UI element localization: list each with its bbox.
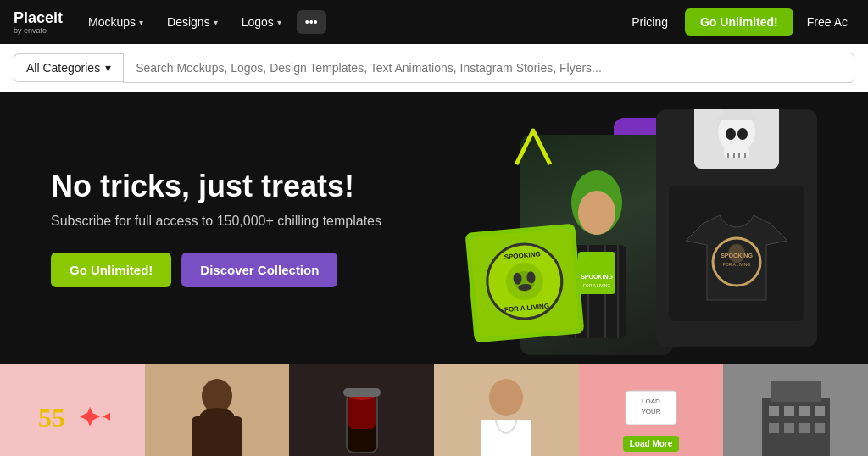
category-label: All Categories (26, 61, 100, 75)
chevron-down-icon: ▾ (277, 18, 281, 27)
hero-arrow-decoration (512, 126, 554, 169)
thumb-image-1: 55 ✦✦ (0, 364, 145, 456)
chevron-down-icon: ▾ (105, 61, 111, 75)
search-input-wrap (123, 53, 854, 83)
thumb-item-2[interactable] (145, 364, 290, 456)
thumb-item-5[interactable]: LOAD YOUR Load More (579, 364, 724, 456)
hero-subtitle: Subscribe for full access to 150,000+ ch… (51, 214, 381, 229)
nav-mockups[interactable]: Mockups ▾ (80, 10, 152, 34)
hero-images: SPOOKING FOR A LIVING (444, 92, 868, 364)
hero-go-unlimited-button[interactable]: Go Unlimited! (51, 253, 171, 287)
thumbnail-strip: 55 ✦✦ (0, 364, 868, 456)
nav-free-link[interactable]: Free Ac (800, 10, 854, 34)
thumb-image-4 (434, 364, 579, 456)
hero-buttons: Go Unlimited! Discover Collection (51, 253, 381, 287)
svg-rect-50 (784, 406, 794, 416)
nav-more-button[interactable]: ••• (297, 10, 326, 34)
load-more-button[interactable]: Load More (623, 436, 680, 452)
logo[interactable]: Placeit by envato (14, 10, 63, 35)
svg-rect-41 (343, 388, 381, 397)
hero-poster-card: SPOOKING FOR A LIVING (465, 224, 585, 343)
svg-point-12 (726, 128, 736, 140)
hero-section: No tricks, just treats! Subscribe for fu… (0, 92, 868, 364)
svg-rect-48 (771, 381, 821, 402)
thumb-item-4[interactable] (434, 364, 579, 456)
svg-rect-56 (815, 423, 825, 433)
hero-discover-button[interactable]: Discover Collection (181, 253, 337, 287)
svg-text:55: 55 (38, 403, 65, 433)
svg-rect-53 (769, 423, 779, 433)
nav-designs[interactable]: Designs ▾ (159, 10, 226, 34)
thumb-item-1[interactable]: 55 ✦✦ (0, 364, 145, 456)
chevron-down-icon: ▾ (139, 18, 143, 27)
navbar: Placeit by envato Mockups ▾ Designs ▾ Lo… (0, 0, 868, 44)
thumb-image-5: LOAD YOUR Load More (579, 364, 724, 456)
svg-rect-51 (799, 406, 810, 416)
svg-text:SPOOKING: SPOOKING (581, 274, 613, 280)
svg-rect-43 (481, 420, 531, 456)
search-bar: All Categories ▾ (0, 44, 868, 92)
nav-pricing-link[interactable]: Pricing (621, 10, 678, 34)
svg-point-23 (728, 244, 745, 263)
chevron-down-icon: ▾ (214, 18, 218, 27)
svg-rect-52 (815, 406, 825, 416)
thumb-item-6[interactable] (723, 364, 868, 456)
hero-title: No tricks, just treats! (51, 169, 381, 203)
svg-text:✦✦: ✦✦ (78, 403, 110, 433)
svg-text:FOR A LIVING: FOR A LIVING (583, 283, 611, 288)
thumb-item-3[interactable] (289, 364, 434, 456)
svg-text:LOAD: LOAD (642, 398, 660, 405)
search-input[interactable] (136, 61, 842, 75)
svg-rect-49 (769, 406, 779, 416)
thumb-image-6 (723, 364, 868, 456)
svg-rect-55 (799, 423, 810, 433)
thumb-image-2 (145, 364, 290, 456)
thumb-image-3 (289, 364, 434, 456)
logo-sub: by envato (14, 26, 63, 35)
hero-content: No tricks, just treats! Subscribe for fu… (0, 169, 432, 287)
logo-name: Placeit (14, 10, 63, 25)
nav-logos[interactable]: Logos ▾ (233, 10, 290, 34)
hero-skeleton-card: SPOOKING FOR A LIVING (656, 109, 817, 347)
svg-point-13 (737, 128, 748, 140)
nav-go-unlimited-button[interactable]: Go Unlimited! (685, 8, 793, 36)
svg-rect-19 (722, 109, 751, 117)
svg-text:YOUR: YOUR (641, 408, 660, 415)
svg-point-37 (200, 408, 234, 425)
svg-point-1 (578, 191, 615, 235)
svg-point-42 (489, 379, 523, 416)
category-dropdown[interactable]: All Categories ▾ (14, 53, 123, 82)
svg-rect-54 (784, 423, 794, 433)
